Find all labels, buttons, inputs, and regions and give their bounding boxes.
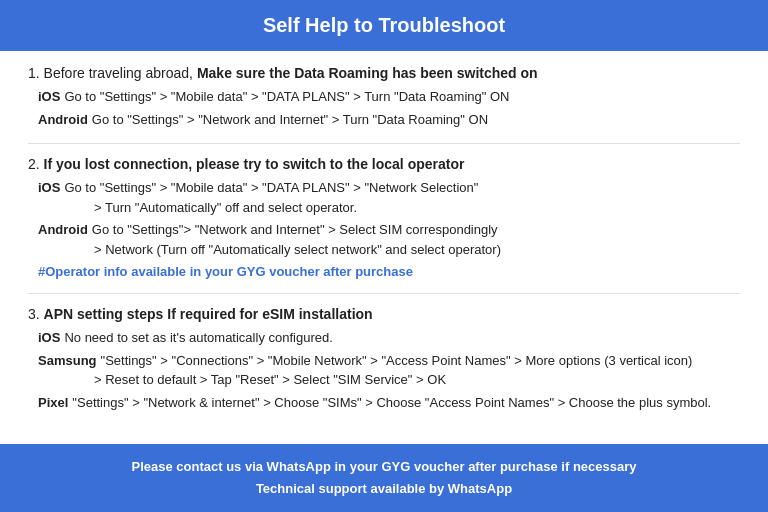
divider-1: [28, 143, 740, 144]
section-3-ios-row: iOSNo need to set as it's automatically …: [28, 328, 740, 348]
section-1-title: 1. Before traveling abroad, Make sure th…: [28, 65, 740, 81]
section-2-link: #Operator info available in your GYG vou…: [28, 264, 740, 279]
main-content: 1. Before traveling abroad, Make sure th…: [0, 51, 768, 444]
page-header: Self Help to Troubleshoot: [0, 0, 768, 51]
section-3-samsung-row: Samsung"Settings" > "Connections" > "Mob…: [28, 351, 740, 390]
page-title: Self Help to Troubleshoot: [20, 14, 748, 37]
footer-line1: Please contact us via WhatsApp in your G…: [20, 456, 748, 478]
divider-2: [28, 293, 740, 294]
section-3-pixel-row: Pixel"Settings" > "Network & internet" >…: [28, 393, 740, 413]
section-2-android-row: AndroidGo to "Settings"> "Network and In…: [28, 220, 740, 259]
section-1: 1. Before traveling abroad, Make sure th…: [28, 65, 740, 129]
section-2-title: 2. If you lost connection, please try to…: [28, 156, 740, 172]
section-3: 3. APN setting steps If required for eSI…: [28, 306, 740, 412]
section-1-android-row: AndroidGo to "Settings" > "Network and I…: [28, 110, 740, 130]
page-footer: Please contact us via WhatsApp in your G…: [0, 444, 768, 512]
section-1-ios-row: iOSGo to "Settings" > "Mobile data" > "D…: [28, 87, 740, 107]
footer-line2: Technical support available by WhatsApp: [20, 478, 748, 500]
section-3-title: 3. APN setting steps If required for eSI…: [28, 306, 740, 322]
section-2-ios-row: iOSGo to "Settings" > "Mobile data" > "D…: [28, 178, 740, 217]
section-2: 2. If you lost connection, please try to…: [28, 156, 740, 279]
